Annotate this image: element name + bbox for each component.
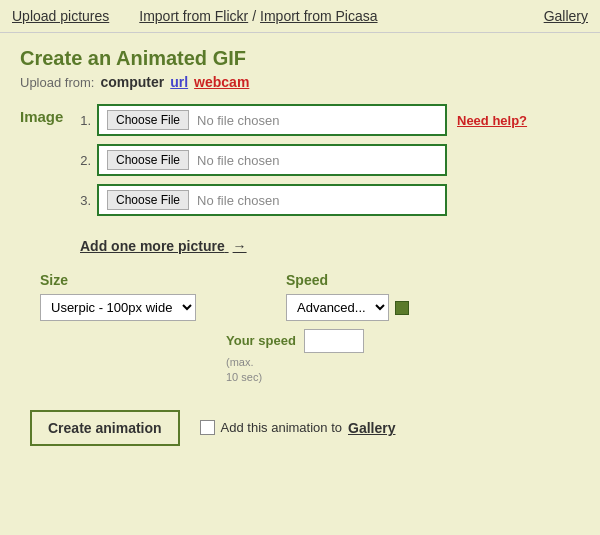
file-inputs-list: 1. Choose File No file chosen Need help?… bbox=[75, 104, 580, 224]
your-speed-label: Your speed bbox=[226, 333, 296, 350]
your-speed-input[interactable] bbox=[304, 329, 364, 353]
page-title: Create an Animated GIF bbox=[20, 47, 580, 70]
nav-gallery[interactable]: Gallery bbox=[544, 8, 588, 24]
add-more-link[interactable]: Add one more picture → bbox=[80, 238, 247, 254]
gallery-link[interactable]: Gallery bbox=[348, 420, 395, 436]
no-file-text-2: No file chosen bbox=[197, 153, 279, 168]
upload-from-row: Upload from: computer url webcam bbox=[20, 74, 580, 90]
upload-url-link[interactable]: url bbox=[170, 74, 188, 90]
max-info: (max. 10 sec) bbox=[226, 355, 409, 386]
nav-upload-pictures[interactable]: Upload pictures bbox=[12, 8, 109, 24]
gallery-check-text: Add this animation to bbox=[221, 420, 342, 435]
speed-select[interactable]: Advanced... bbox=[286, 294, 389, 321]
gallery-checkbox[interactable] bbox=[200, 420, 215, 435]
file-row-1: 1. Choose File No file chosen Need help? bbox=[75, 104, 580, 136]
add-more-label: Add one more picture bbox=[80, 238, 225, 254]
file-input-wrapper-1: Choose File No file chosen bbox=[97, 104, 447, 136]
choose-file-btn-2[interactable]: Choose File bbox=[107, 150, 189, 170]
create-animation-button[interactable]: Create animation bbox=[30, 410, 180, 446]
speed-row: Advanced... bbox=[286, 294, 409, 321]
nav-import-flickr[interactable]: Import from Flickr bbox=[139, 8, 248, 24]
nav-import-picasa[interactable]: Import from Picasa bbox=[260, 8, 377, 24]
size-block: Size Userpic - 100px wide bbox=[40, 272, 196, 321]
file-input-wrapper-2: Choose File No file chosen bbox=[97, 144, 447, 176]
no-file-text-3: No file chosen bbox=[197, 193, 279, 208]
speed-label: Speed bbox=[286, 272, 409, 288]
upload-webcam-link[interactable]: webcam bbox=[194, 74, 249, 90]
row-num-2: 2. bbox=[75, 153, 91, 168]
file-row-2: 2. Choose File No file chosen bbox=[75, 144, 580, 176]
gallery-check-row: Add this animation to Gallery bbox=[200, 420, 396, 436]
upload-from-label: Upload from: bbox=[20, 75, 94, 90]
row-num-1: 1. bbox=[75, 113, 91, 128]
size-label: Size bbox=[40, 272, 196, 288]
upload-computer-link[interactable]: computer bbox=[100, 74, 164, 90]
choose-file-btn-1[interactable]: Choose File bbox=[107, 110, 189, 130]
speed-indicator bbox=[395, 301, 409, 315]
row-num-3: 3. bbox=[75, 193, 91, 208]
top-navigation: Upload pictures Import from Flickr / Imp… bbox=[0, 0, 600, 33]
image-section: Image 1. Choose File No file chosen Need… bbox=[20, 104, 580, 224]
your-speed-row: Your speed bbox=[226, 329, 409, 353]
speed-block: Speed Advanced... bbox=[286, 272, 409, 321]
add-more-section: Add one more picture → bbox=[80, 238, 580, 254]
choose-file-btn-3[interactable]: Choose File bbox=[107, 190, 189, 210]
your-speed-block: Your speed (max. 10 sec) bbox=[226, 329, 409, 386]
main-content: Create an Animated GIF Upload from: comp… bbox=[0, 33, 600, 460]
file-input-wrapper-3: Choose File No file chosen bbox=[97, 184, 447, 216]
settings-section: Size Userpic - 100px wide Speed Advanced… bbox=[40, 272, 580, 386]
size-select[interactable]: Userpic - 100px wide bbox=[40, 294, 196, 321]
speed-your-speed-block: Speed Advanced... Your speed (max. 10 se… bbox=[226, 272, 409, 386]
add-more-arrow: → bbox=[233, 238, 247, 254]
nav-separator: / bbox=[252, 8, 256, 24]
image-label: Image bbox=[20, 104, 65, 125]
bottom-section: Create animation Add this animation to G… bbox=[30, 410, 580, 446]
file-row-3: 3. Choose File No file chosen bbox=[75, 184, 580, 216]
no-file-text-1: No file chosen bbox=[197, 113, 279, 128]
need-help-link[interactable]: Need help? bbox=[457, 113, 527, 128]
